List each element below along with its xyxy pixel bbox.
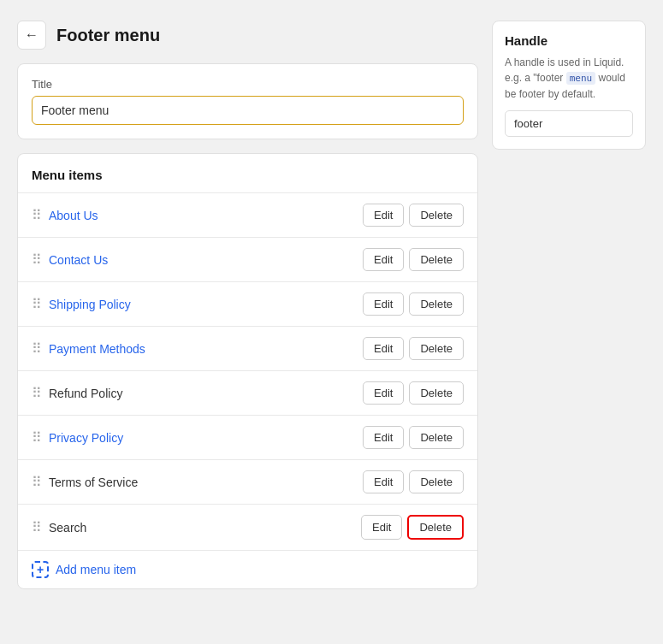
- delete-button[interactable]: Delete: [409, 292, 464, 316]
- btn-row: Edit Delete: [361, 515, 464, 540]
- title-card: Title: [17, 63, 478, 139]
- btn-row: Edit Delete: [363, 248, 464, 271]
- title-field-label: Title: [32, 78, 464, 91]
- edit-button[interactable]: Edit: [363, 292, 404, 316]
- delete-button[interactable]: Delete: [409, 248, 464, 271]
- delete-button[interactable]: Delete: [409, 337, 464, 360]
- menu-item-name: Privacy Policy: [49, 431, 354, 445]
- sidebar: Handle A handle is used in Liquid. e.g. …: [492, 21, 646, 603]
- btn-row: Edit Delete: [363, 337, 464, 360]
- drag-handle-icon[interactable]: ⠿: [32, 207, 40, 223]
- edit-button[interactable]: Edit: [363, 204, 404, 227]
- edit-button[interactable]: Edit: [363, 426, 404, 449]
- menu-items-card: Menu items ⠿ About Us Edit Delete ⠿ Cont…: [17, 153, 478, 589]
- btn-row: Edit Delete: [363, 292, 464, 316]
- table-row: ⠿ Terms of Service Edit Delete: [18, 460, 477, 505]
- sidebar-description: A handle is used in Liquid. e.g. a "foot…: [505, 55, 633, 102]
- drag-handle-icon[interactable]: ⠿: [32, 340, 40, 357]
- back-button[interactable]: ←: [17, 21, 46, 50]
- main-content: ← Footer menu Title Menu items ⠿ About U…: [17, 21, 478, 603]
- table-row: ⠿ Search Edit Delete: [18, 505, 477, 551]
- sidebar-title: Handle: [505, 33, 633, 48]
- drag-handle-icon[interactable]: ⠿: [32, 474, 40, 490]
- highlight-menu: menu: [566, 72, 596, 85]
- sidebar-card: Handle A handle is used in Liquid. e.g. …: [492, 21, 646, 150]
- menu-item-name: Terms of Service: [49, 476, 354, 489]
- table-row: ⠿ Shipping Policy Edit Delete: [18, 282, 477, 327]
- handle-input[interactable]: [505, 110, 633, 137]
- table-row: ⠿ Payment Methods Edit Delete: [18, 327, 477, 371]
- menu-item-name: Payment Methods: [49, 342, 354, 356]
- title-input[interactable]: [32, 96, 464, 125]
- menu-items-header: Menu items: [18, 154, 477, 193]
- table-row: ⠿ Refund Policy Edit Delete: [18, 371, 477, 416]
- menu-item-name: Contact Us: [49, 253, 354, 267]
- delete-button[interactable]: Delete: [409, 204, 464, 227]
- edit-button[interactable]: Edit: [363, 470, 404, 493]
- drag-handle-icon[interactable]: ⠿: [32, 519, 40, 535]
- page-header: ← Footer menu: [17, 21, 478, 50]
- add-menu-item-icon: +: [32, 561, 49, 578]
- drag-handle-icon[interactable]: ⠿: [32, 296, 40, 312]
- delete-button-highlighted[interactable]: Delete: [407, 515, 464, 540]
- edit-button[interactable]: Edit: [363, 381, 404, 405]
- menu-item-name: Refund Policy: [49, 387, 354, 400]
- drag-handle-icon[interactable]: ⠿: [32, 251, 40, 268]
- menu-item-name: Shipping Policy: [49, 298, 354, 311]
- drag-handle-icon[interactable]: ⠿: [32, 429, 40, 446]
- menu-item-name: About Us: [49, 209, 354, 222]
- menu-item-name: Search: [49, 521, 352, 535]
- table-row: ⠿ Privacy Policy Edit Delete: [18, 416, 477, 460]
- edit-button[interactable]: Edit: [363, 248, 404, 271]
- btn-row: Edit Delete: [363, 204, 464, 227]
- add-menu-item-label: Add menu item: [56, 563, 136, 576]
- table-row: ⠿ Contact Us Edit Delete: [18, 238, 477, 282]
- btn-row: Edit Delete: [363, 426, 464, 449]
- btn-row: Edit Delete: [363, 381, 464, 405]
- page-title: Footer menu: [56, 26, 160, 45]
- edit-button[interactable]: Edit: [361, 515, 402, 540]
- delete-button[interactable]: Delete: [409, 426, 464, 449]
- btn-row: Edit Delete: [363, 470, 464, 493]
- table-row: ⠿ About Us Edit Delete: [18, 193, 477, 238]
- delete-button[interactable]: Delete: [409, 381, 464, 405]
- add-menu-item-row[interactable]: + Add menu item: [18, 551, 477, 588]
- drag-handle-icon[interactable]: ⠿: [32, 385, 40, 401]
- edit-button[interactable]: Edit: [363, 337, 404, 360]
- delete-button[interactable]: Delete: [409, 470, 464, 493]
